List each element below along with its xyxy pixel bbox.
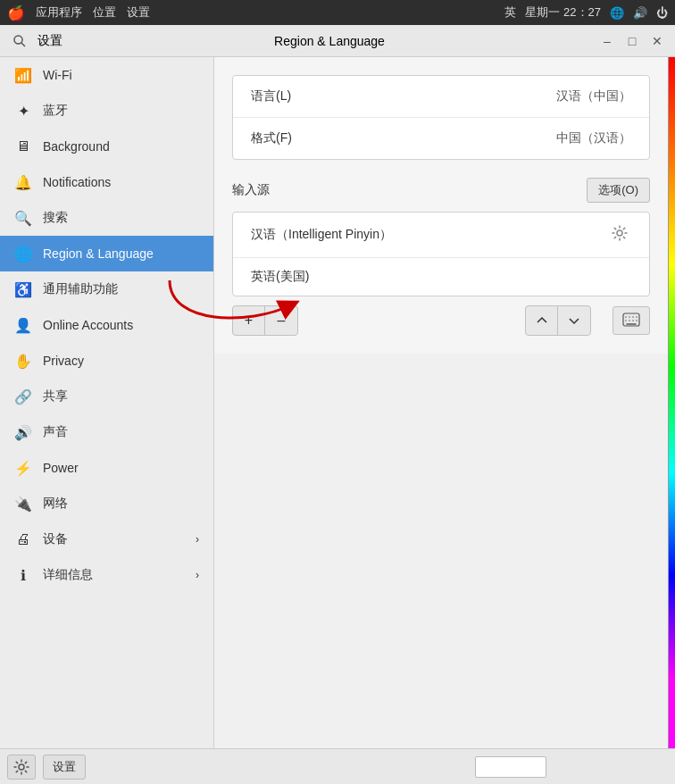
sidebar-item-details[interactable]: ℹ详细信息› bbox=[0, 557, 213, 593]
power-icon: ⏻ bbox=[656, 6, 668, 20]
app-menu[interactable]: 应用程序 bbox=[36, 4, 82, 21]
sidebar-item-power[interactable]: ⚡Power bbox=[0, 450, 213, 486]
sidebar-icon-sound: 🔊 bbox=[14, 423, 32, 441]
input-source-toolbar: + – bbox=[232, 305, 298, 336]
input-source-name-2: 英语(美国) bbox=[251, 269, 309, 285]
bottom-settings-label: 设置 bbox=[43, 755, 86, 780]
minimize-button[interactable]: – bbox=[596, 30, 618, 52]
chevron-icon-devices: › bbox=[196, 533, 199, 546]
toolbar-row: + – bbox=[232, 305, 650, 336]
sidebar-item-search[interactable]: 🔍搜索 bbox=[0, 200, 213, 236]
sidebar-label-background: Background bbox=[43, 139, 110, 154]
add-input-button[interactable]: + bbox=[233, 306, 265, 335]
sidebar: 📶Wi-Fi✦蓝牙🖥Background🔔Notifications🔍搜索🌐Re… bbox=[0, 57, 214, 748]
input-sources-card: 汉语（Intelligent Pinyin） 英语(美国) bbox=[232, 212, 650, 296]
settings-menu[interactable]: 设置 bbox=[127, 4, 150, 21]
sidebar-item-background[interactable]: 🖥Background bbox=[0, 129, 213, 164]
sidebar-item-sharing[interactable]: 🔗共享 bbox=[0, 379, 213, 414]
content-area: 📶Wi-Fi✦蓝牙🖥Background🔔Notifications🔍搜索🌐Re… bbox=[0, 57, 675, 748]
format-row[interactable]: 格式(F) 中国（汉语） bbox=[233, 118, 649, 159]
sidebar-icon-online-accounts: 👤 bbox=[14, 316, 32, 334]
main-window: 设置 Region & Language – □ ✕ 📶Wi-Fi✦蓝牙🖥Bac… bbox=[0, 25, 675, 784]
titlebar-left: 设置 bbox=[7, 29, 62, 54]
chevron-icon-details: › bbox=[196, 569, 199, 581]
sidebar-item-sound[interactable]: 🔊声音 bbox=[0, 414, 213, 450]
language-label: 语言(L) bbox=[251, 88, 291, 104]
sidebar-label-online-accounts: Online Accounts bbox=[43, 318, 133, 332]
input-source-row-1[interactable]: 汉语（Intelligent Pinyin） bbox=[233, 213, 649, 258]
svg-line-1 bbox=[21, 43, 25, 46]
sidebar-label-details: 详细信息 bbox=[43, 567, 93, 583]
language-row[interactable]: 语言(L) 汉语（中国） bbox=[233, 76, 649, 118]
svg-point-0 bbox=[14, 36, 22, 44]
sidebar-item-privacy[interactable]: ✋Privacy bbox=[0, 343, 213, 379]
volume-icon: 🔊 bbox=[633, 6, 647, 20]
titlebar-center: Region & Language bbox=[62, 34, 596, 48]
language-format-card: 语言(L) 汉语（中国） 格式(F) 中国（汉语） bbox=[232, 75, 650, 160]
sidebar-label-search: 搜索 bbox=[43, 210, 68, 226]
sidebar-item-wifi[interactable]: 📶Wi-Fi bbox=[0, 57, 213, 93]
panel-wrapper: 语言(L) 汉语（中国） 格式(F) 中国（汉语） 输入源 选项(O) 汉语（I… bbox=[214, 57, 668, 748]
input-source-name-1: 汉语（Intelligent Pinyin） bbox=[251, 227, 392, 243]
sidebar-label-bluetooth: 蓝牙 bbox=[43, 103, 68, 119]
svg-point-14 bbox=[19, 764, 24, 770]
sidebar-item-online-accounts[interactable]: 👤Online Accounts bbox=[0, 307, 213, 343]
sidebar-icon-power: ⚡ bbox=[14, 459, 32, 477]
language-value: 汉语（中国） bbox=[556, 88, 631, 104]
main-panel: 语言(L) 汉语（中国） 格式(F) 中国（汉语） 输入源 选项(O) 汉语（I… bbox=[214, 57, 668, 354]
sidebar-item-notifications[interactable]: 🔔Notifications bbox=[0, 164, 213, 200]
bottom-input-box bbox=[475, 756, 546, 778]
sidebar-icon-accessibility: ♿ bbox=[14, 280, 32, 298]
keyboard-layout-button[interactable] bbox=[612, 306, 650, 335]
sidebar-icon-region: 🌐 bbox=[14, 245, 32, 263]
sidebar-icon-bluetooth: ✦ bbox=[14, 102, 32, 120]
position-menu[interactable]: 位置 bbox=[93, 4, 116, 21]
topbar-right: 英 星期一 22：27 🌐 🔊 ⏻ bbox=[504, 4, 668, 21]
sidebar-icon-search: 🔍 bbox=[14, 209, 32, 227]
sidebar-icon-details: ℹ bbox=[14, 566, 32, 584]
sidebar-item-devices[interactable]: 🖨设备› bbox=[0, 521, 213, 557]
sidebar-icon-devices: 🖨 bbox=[14, 530, 32, 548]
sidebar-item-network[interactable]: 🔌网络 bbox=[0, 486, 213, 521]
bottom-settings-text: 设置 bbox=[53, 759, 76, 775]
sidebar-icon-notifications: 🔔 bbox=[14, 173, 32, 191]
sidebar-label-notifications: Notifications bbox=[43, 175, 111, 189]
bottombar: 设置 bbox=[0, 748, 675, 784]
sidebar-icon-sharing: 🔗 bbox=[14, 388, 32, 405]
maximize-button[interactable]: □ bbox=[621, 30, 643, 52]
sidebar-label-devices: 设备 bbox=[43, 531, 68, 547]
gear-button-1[interactable] bbox=[608, 223, 631, 246]
bottom-right-spacer2 bbox=[614, 756, 668, 778]
sidebar-label-sharing: 共享 bbox=[43, 388, 68, 405]
options-button[interactable]: 选项(O) bbox=[587, 178, 650, 203]
move-down-button[interactable] bbox=[558, 306, 590, 335]
format-label: 格式(F) bbox=[251, 130, 292, 146]
lang-indicator: 英 bbox=[504, 4, 516, 21]
input-sources-header: 输入源 选项(O) bbox=[232, 178, 650, 203]
sidebar-icon-background: 🖥 bbox=[14, 138, 32, 155]
titlebar: 设置 Region & Language – □ ✕ bbox=[0, 25, 675, 57]
bottom-right-spacer bbox=[554, 756, 607, 778]
sidebar-item-region[interactable]: 🌐Region & Language bbox=[0, 236, 213, 271]
sidebar-label-accessibility: 通用辅助功能 bbox=[43, 281, 118, 297]
move-toolbar bbox=[525, 305, 591, 336]
search-button[interactable] bbox=[7, 29, 32, 54]
system-topbar: 🍎 应用程序 位置 设置 英 星期一 22：27 🌐 🔊 ⏻ bbox=[0, 0, 675, 25]
sidebar-label-privacy: Privacy bbox=[43, 354, 84, 368]
sidebar-icon-network: 🔌 bbox=[14, 495, 32, 513]
sidebar-icon-wifi: 📶 bbox=[14, 66, 32, 84]
remove-input-button[interactable]: – bbox=[265, 306, 297, 335]
close-button[interactable]: ✕ bbox=[646, 30, 668, 52]
datetime: 星期一 22：27 bbox=[525, 4, 601, 21]
sidebar-item-accessibility[interactable]: ♿通用辅助功能 bbox=[0, 271, 213, 307]
sidebar-label-power: Power bbox=[43, 461, 79, 475]
sidebar-icon-privacy: ✋ bbox=[14, 352, 32, 370]
move-up-button[interactable] bbox=[526, 306, 558, 335]
sidebar-item-bluetooth[interactable]: ✦蓝牙 bbox=[0, 93, 213, 129]
panel-title: Region & Language bbox=[274, 34, 385, 48]
input-source-row-2[interactable]: 英语(美国) bbox=[233, 258, 649, 296]
sidebar-title: 设置 bbox=[38, 33, 62, 49]
bottom-settings-icon-button[interactable] bbox=[7, 755, 36, 780]
topbar-left: 🍎 应用程序 位置 设置 bbox=[7, 4, 150, 21]
sidebar-label-region: Region & Language bbox=[43, 246, 154, 261]
